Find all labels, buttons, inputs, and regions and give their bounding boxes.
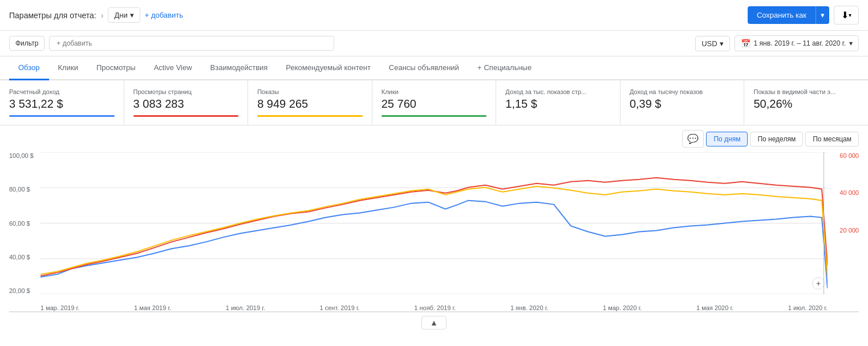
date-chevron: ▾	[849, 39, 853, 47]
by-weeks-button[interactable]: По неделям	[750, 132, 803, 146]
currency-select[interactable]: USD ▾	[695, 36, 729, 51]
toolbar-left: Параметры для отчета: › Дни ▾ + добавить	[9, 7, 183, 23]
metric-label-5: Доход на тысячу показов	[630, 88, 735, 95]
chevron-down-icon: ▾	[130, 11, 134, 19]
tab-kliki[interactable]: Клики	[49, 56, 87, 80]
metric-label-6: Показы в видимой части э...	[753, 88, 859, 95]
x-label-2: 1 июл. 2019 г.	[226, 304, 265, 311]
metric-label-3: Клики	[382, 88, 487, 95]
currency-value: USD	[701, 39, 717, 48]
save-button[interactable]: Сохранить как	[748, 6, 816, 24]
metric-card-3[interactable]: Клики 25 760	[372, 80, 497, 125]
y-left-0: 100,00 $	[9, 152, 34, 159]
y-right-2: 20 000	[839, 227, 859, 234]
metric-card-1[interactable]: Просмотры страниц 3 083 283	[124, 80, 249, 125]
by-months-button[interactable]: По месяцам	[805, 132, 859, 146]
special-label: Специальные	[484, 63, 532, 72]
y-left-2: 60,00 $	[9, 220, 34, 227]
save-button-group: Сохранить как ▾	[748, 6, 829, 24]
filter-bar-right: USD ▾ 📅 1 янв. 2019 г. – 11 авг. 2020 г.…	[695, 35, 859, 51]
currency-chevron: ▾	[720, 39, 724, 48]
y-left-1: 80,00 $	[9, 186, 34, 193]
date-range-value: 1 янв. 2019 г. – 11 авг. 2020 г.	[754, 39, 846, 47]
metric-underline-5	[630, 115, 735, 117]
y-right-0: 60 000	[839, 152, 859, 159]
metric-value-6: 50,26%	[753, 97, 859, 111]
tab-vzaimod[interactable]: Взаимодействия	[201, 56, 277, 80]
metric-value-2: 8 949 265	[257, 97, 363, 111]
x-label-3: 1 сент. 2019 г.	[320, 304, 360, 311]
metric-label-2: Показы	[257, 88, 363, 95]
tab-prosmotr[interactable]: Просмотры	[87, 56, 145, 80]
tab-seans[interactable]: Сеансы объявлений	[380, 56, 468, 80]
breadcrumb-arrow: ›	[101, 11, 104, 20]
metric-card-2[interactable]: Показы 8 949 265	[248, 80, 372, 125]
metric-underline-2	[257, 115, 363, 117]
metric-value-4: 1,15 $	[505, 97, 611, 111]
x-label-4: 1 нояб. 2019 г.	[414, 304, 456, 311]
tabs-bar: Обзор Клики Просмотры Active View Взаимо…	[0, 56, 868, 80]
metric-card-0[interactable]: Расчетный доход 3 531,22 $	[0, 80, 124, 125]
metric-value-0: 3 531,22 $	[9, 97, 115, 111]
days-button[interactable]: Дни ▾	[108, 7, 140, 23]
metric-underline-3	[382, 115, 487, 117]
metric-label-0: Расчетный доход	[9, 88, 115, 95]
metric-card-6[interactable]: Показы в видимой части э... 50,26%	[744, 80, 868, 125]
metric-label-4: Доход за тыс. показов стр...	[505, 88, 611, 95]
top-toolbar: Параметры для отчета: › Дни ▾ + добавить…	[0, 0, 868, 31]
expand-button[interactable]: ▲	[421, 316, 447, 329]
date-range-picker[interactable]: 📅 1 янв. 2019 г. – 11 авг. 2020 г. ▾	[735, 35, 859, 51]
tab-active-view[interactable]: Active View	[145, 56, 201, 80]
x-label-0: 1 мар. 2019 г.	[40, 304, 79, 311]
metric-value-1: 3 083 283	[133, 97, 239, 111]
calendar-icon: 📅	[741, 39, 751, 48]
metric-underline-1	[133, 115, 239, 117]
toolbar-right: Сохранить как ▾ ⬇ ▾	[748, 6, 859, 25]
y-right-1: 40 000	[839, 189, 859, 196]
download-icon: ⬇	[841, 10, 849, 21]
main-chart-svg	[40, 152, 828, 294]
download-arrow: ▾	[849, 12, 851, 18]
add-link[interactable]: + добавить	[145, 11, 183, 19]
days-label: Дни	[114, 11, 127, 19]
tab-obzor[interactable]: Обзор	[9, 56, 49, 80]
metric-card-4[interactable]: Доход за тыс. показов стр... 1,15 $	[496, 80, 620, 125]
y-left-4: 20,00 $	[9, 287, 34, 294]
filter-input[interactable]	[49, 36, 334, 51]
filter-bar: Фильтр USD ▾ 📅 1 янв. 2019 г. – 11 авг. …	[0, 31, 868, 56]
chart-area: 100,00 $ 80,00 $ 60,00 $ 40,00 $ 20,00 $…	[0, 152, 868, 339]
plus-icon-chart[interactable]: +	[812, 277, 825, 290]
metric-card-5[interactable]: Доход на тысячу показов 0,39 $	[620, 80, 745, 125]
metrics-row: Расчетный доход 3 531,22 $ Просмотры стр…	[0, 80, 868, 125]
plus-icon: +	[477, 63, 482, 72]
metric-underline-0	[9, 115, 115, 117]
chart-controls: 💬 По дням По неделям По месяцам	[0, 125, 868, 152]
filter-bar-left: Фильтр	[9, 36, 691, 51]
tab-special[interactable]: + Специальные	[468, 56, 541, 80]
param-label: Параметры для отчета:	[9, 11, 96, 20]
x-label-8: 1 июл. 2020 г.	[788, 304, 828, 311]
annotation-button[interactable]: 💬	[682, 130, 704, 148]
download-button[interactable]: ⬇ ▾	[834, 6, 859, 25]
chart-container: 100,00 $ 80,00 $ 60,00 $ 40,00 $ 20,00 $…	[9, 152, 859, 312]
metric-value-3: 25 760	[382, 97, 487, 111]
metric-label-1: Просмотры страниц	[133, 88, 239, 95]
y-axis-right: 60 000 40 000 20 000	[837, 152, 859, 294]
chart-svg-wrap	[40, 152, 828, 294]
filter-label: Фильтр	[9, 36, 44, 51]
save-dropdown-button[interactable]: ▾	[816, 6, 829, 24]
metric-underline-6	[753, 115, 859, 117]
x-label-7: 1 мая 2020 г.	[696, 304, 733, 311]
y-axis-left: 100,00 $ 80,00 $ 60,00 $ 40,00 $ 20,00 $	[9, 152, 36, 294]
chart-bottom: ▲	[9, 312, 859, 333]
y-left-3: 40,00 $	[9, 254, 34, 260]
metric-underline-4	[505, 115, 611, 117]
x-label-6: 1 мар. 2020 г.	[603, 304, 642, 311]
by-days-button[interactable]: По дням	[706, 132, 748, 146]
x-axis: 1 мар. 2019 г. 1 мая 2019 г. 1 июл. 2019…	[40, 301, 828, 311]
metric-value-5: 0,39 $	[630, 97, 735, 111]
x-label-5: 1 янв. 2020 г.	[510, 304, 548, 311]
x-label-1: 1 мая 2019 г.	[134, 304, 171, 311]
tab-rekomen[interactable]: Рекомендуемый контент	[277, 56, 379, 80]
